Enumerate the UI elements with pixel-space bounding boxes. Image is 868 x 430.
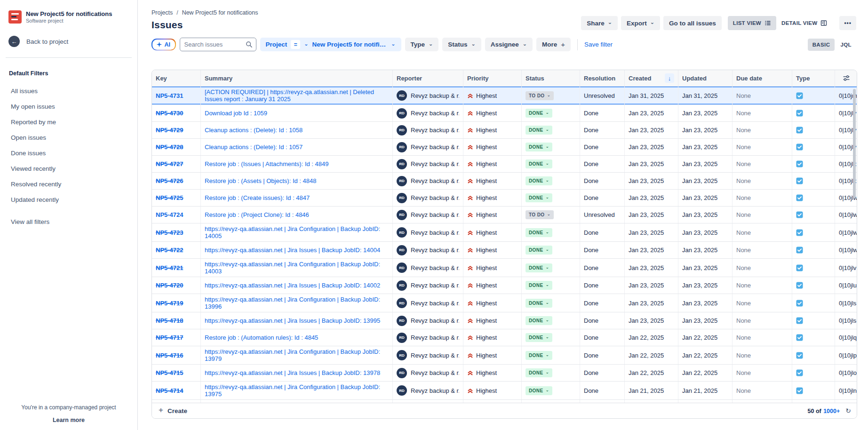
table-row[interactable]: NP5-4714 https://revyz-qa.atlassian.net … bbox=[152, 382, 857, 400]
column-header-status[interactable]: Status bbox=[522, 70, 580, 86]
detail-view-button[interactable]: DETAIL VIEW bbox=[776, 16, 832, 30]
issue-key-link[interactable]: NP5-4723 bbox=[156, 229, 183, 236]
issue-key-link[interactable]: NP5-4722 bbox=[156, 247, 183, 254]
table-row[interactable]: NP5-4728 Cleanup actions : (Delete): Id … bbox=[152, 139, 857, 156]
status-dropdown[interactable]: DONE ⌄ bbox=[526, 143, 552, 151]
table-row[interactable]: NP5-4722 https://revyz-qa.atlassian.net … bbox=[152, 242, 857, 259]
issue-summary-link[interactable]: Cleanup actions : (Delete): Id : 1057 bbox=[205, 143, 303, 151]
status-dropdown[interactable]: DONE ⌄ bbox=[526, 299, 552, 308]
issue-key-link[interactable]: NP5-4730 bbox=[156, 110, 183, 117]
back-to-project-button[interactable]: ← Back to project bbox=[0, 36, 137, 47]
issue-summary-link[interactable]: https://revyz-qa.atlassian.net | Jira Is… bbox=[205, 247, 380, 254]
table-row[interactable]: NP5-4716 https://revyz-qa.atlassian.net … bbox=[152, 346, 857, 365]
issue-summary-link[interactable]: Restore job : (Create issues): Id : 4847 bbox=[205, 194, 310, 201]
breadcrumb-projects[interactable]: Projects bbox=[151, 9, 173, 16]
table-row[interactable]: NP5-4718 https://revyz-qa.atlassian.net … bbox=[152, 312, 857, 329]
status-dropdown[interactable]: TO DO ⌄ bbox=[526, 210, 554, 219]
issue-summary-link[interactable]: https://revyz-qa.atlassian.net | Jira Co… bbox=[205, 348, 389, 362]
issue-summary-link[interactable]: https://revyz-qa.atlassian.net | Jira Co… bbox=[205, 296, 389, 310]
column-config-button[interactable] bbox=[835, 70, 857, 86]
type-filter-chip[interactable]: Type ⌄ bbox=[405, 38, 439, 51]
total-count-link[interactable]: 1000+ bbox=[823, 408, 840, 414]
search-input[interactable] bbox=[180, 38, 256, 51]
table-row[interactable]: NP5-4719 https://revyz-qa.atlassian.net … bbox=[152, 294, 857, 312]
column-header-created[interactable]: Created ↓ bbox=[625, 70, 678, 86]
issue-summary-link[interactable]: Download job Id : 1059 bbox=[205, 110, 267, 117]
issue-key-link[interactable]: NP5-4728 bbox=[156, 143, 183, 151]
status-dropdown[interactable]: DONE ⌄ bbox=[526, 351, 552, 360]
sidebar-item-done-issues[interactable]: Done issues bbox=[0, 145, 137, 161]
more-actions-button[interactable]: ••• bbox=[839, 16, 856, 30]
issue-key-link[interactable]: NP5-4714 bbox=[156, 387, 183, 394]
view-all-filters-link[interactable]: View all filters bbox=[0, 214, 137, 230]
sidebar-item-open-issues[interactable]: Open issues bbox=[0, 130, 137, 145]
sort-descending-icon[interactable]: ↓ bbox=[665, 73, 674, 83]
status-dropdown[interactable]: DONE ⌄ bbox=[526, 228, 552, 237]
table-row[interactable]: NP5-4721 https://revyz-qa.atlassian.net … bbox=[152, 259, 857, 277]
issue-key-link[interactable]: NP5-4717 bbox=[156, 334, 183, 341]
project-filter-chip[interactable]: Project = ⌄ New Project5 for notificati.… bbox=[260, 38, 401, 51]
create-issue-button[interactable]: + Create bbox=[159, 406, 187, 415]
breadcrumb-project-name[interactable]: New Project5 for notifications bbox=[182, 9, 258, 16]
status-dropdown[interactable]: DONE ⌄ bbox=[526, 109, 552, 118]
issue-summary-link[interactable]: https://revyz-qa.atlassian.net | Jira Is… bbox=[205, 369, 380, 376]
issue-key-link[interactable]: NP5-4729 bbox=[156, 127, 183, 134]
export-button[interactable]: Export ⌄ bbox=[621, 16, 660, 30]
issue-key-link[interactable]: NP5-4731 bbox=[156, 92, 183, 99]
issue-summary-link[interactable]: https://revyz-qa.atlassian.net | Jira Co… bbox=[205, 383, 389, 398]
issue-key-link[interactable]: NP5-4715 bbox=[156, 369, 183, 376]
table-row[interactable]: NP5-4724 Restore job : (Project Clone): … bbox=[152, 207, 857, 223]
sidebar-item-viewed-recently[interactable]: Viewed recently bbox=[0, 161, 137, 176]
refresh-icon[interactable]: ↻ bbox=[845, 407, 851, 414]
table-row[interactable]: NP5-4723 https://revyz-qa.atlassian.net … bbox=[152, 223, 857, 242]
column-header-priority[interactable]: Priority bbox=[463, 70, 522, 86]
status-dropdown[interactable]: DONE ⌄ bbox=[526, 368, 552, 377]
issue-summary-link[interactable]: Restore job : (Project Clone): Id : 4846 bbox=[205, 211, 309, 218]
ai-button[interactable]: AI bbox=[151, 39, 176, 50]
issue-key-link[interactable]: NP5-4724 bbox=[156, 211, 183, 218]
basic-mode-button[interactable]: BASIC bbox=[808, 39, 835, 51]
column-header-due-date[interactable]: Due date bbox=[733, 70, 792, 86]
table-row[interactable]: NP5-4726 Restore job : (Assets | Objects… bbox=[152, 173, 857, 190]
sidebar-item-my-open-issues[interactable]: My open issues bbox=[0, 99, 137, 114]
status-dropdown[interactable]: DONE ⌄ bbox=[526, 333, 552, 342]
status-filter-chip[interactable]: Status ⌄ bbox=[442, 38, 481, 51]
sidebar-item-updated-recently[interactable]: Updated recently bbox=[0, 192, 137, 207]
go-to-all-issues-button[interactable]: Go to all issues bbox=[663, 16, 722, 30]
column-header-updated[interactable]: Updated bbox=[678, 70, 733, 86]
sidebar-item-all-issues[interactable]: All issues bbox=[0, 83, 137, 99]
issue-key-link[interactable]: NP5-4716 bbox=[156, 352, 183, 359]
issue-key-link[interactable]: NP5-4726 bbox=[156, 177, 183, 184]
table-row[interactable]: NP5-4717 Restore job : (Automation rules… bbox=[152, 329, 857, 346]
issue-summary-link[interactable]: https://revyz-qa.atlassian.net | Jira Co… bbox=[205, 225, 389, 239]
issue-summary-link[interactable]: Restore job : (Automation rules): Id : 4… bbox=[205, 334, 318, 341]
issue-summary-link[interactable]: Restore job : (Assets | Objects): Id : 4… bbox=[205, 177, 316, 184]
issue-summary-link[interactable]: Cleanup actions : (Delete): Id : 1058 bbox=[205, 127, 303, 134]
table-row[interactable]: NP5-4729 Cleanup actions : (Delete): Id … bbox=[152, 122, 857, 139]
save-filter-button[interactable]: Save filter bbox=[584, 41, 613, 48]
issue-key-link[interactable]: NP5-4720 bbox=[156, 282, 183, 289]
status-dropdown[interactable]: DONE ⌄ bbox=[526, 126, 552, 135]
sidebar-item-resolved-recently[interactable]: Resolved recently bbox=[0, 176, 137, 192]
issue-key-link[interactable]: NP5-4727 bbox=[156, 160, 183, 167]
issue-summary-link[interactable]: Restore job : (Issues | Attachments): Id… bbox=[205, 160, 329, 167]
issue-key-link[interactable]: NP5-4719 bbox=[156, 300, 183, 307]
vertical-scrollbar-thumb[interactable] bbox=[853, 89, 856, 198]
share-button[interactable]: Share ⌄ bbox=[581, 16, 618, 30]
status-dropdown[interactable]: DONE ⌄ bbox=[526, 316, 552, 325]
status-dropdown[interactable]: DONE ⌄ bbox=[526, 159, 552, 168]
status-dropdown[interactable]: DONE ⌄ bbox=[526, 281, 552, 290]
issue-key-link[interactable]: NP5-4721 bbox=[156, 264, 183, 271]
status-dropdown[interactable]: DONE ⌄ bbox=[526, 246, 552, 255]
table-row[interactable]: NP5-4715 https://revyz-qa.atlassian.net … bbox=[152, 365, 857, 382]
status-dropdown[interactable]: DONE ⌄ bbox=[526, 176, 552, 185]
column-header-type[interactable]: Type bbox=[792, 70, 835, 86]
issue-summary-link[interactable]: [ACTION REQUIRED] | https://revyz-qa.atl… bbox=[205, 88, 389, 103]
table-row[interactable]: NP5-4720 https://revyz-qa.atlassian.net … bbox=[152, 277, 857, 294]
sidebar-item-reported-by-me[interactable]: Reported by me bbox=[0, 114, 137, 130]
issue-key-link[interactable]: NP5-4718 bbox=[156, 317, 183, 324]
column-header-summary[interactable]: Summary bbox=[201, 70, 393, 86]
more-filters-chip[interactable]: More + bbox=[536, 38, 571, 51]
issue-summary-link[interactable]: https://revyz-qa.atlassian.net | Jira Is… bbox=[205, 317, 380, 324]
column-header-key[interactable]: Key bbox=[152, 70, 201, 86]
